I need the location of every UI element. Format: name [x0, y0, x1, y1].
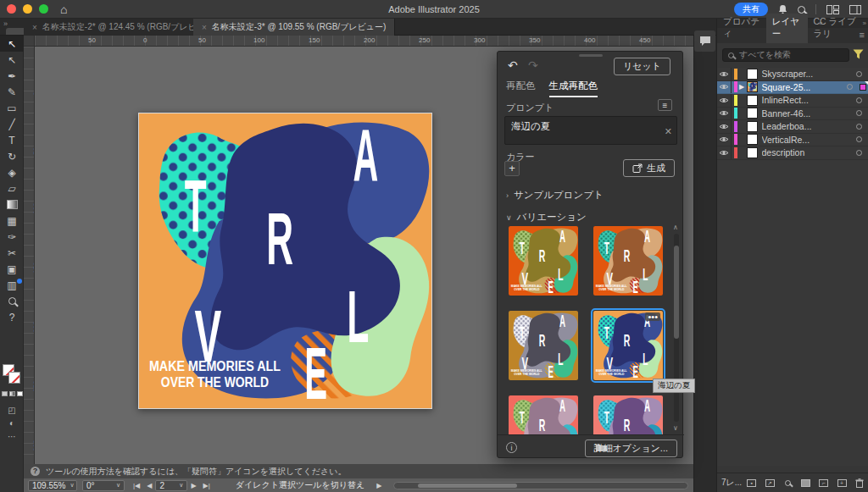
horizontal-scrollbar[interactable]: [393, 482, 688, 489]
rotation-select[interactable]: 0°∨: [82, 480, 125, 491]
layer-target-icon[interactable]: [856, 150, 862, 156]
pen-tool-icon[interactable]: ✒: [0, 68, 24, 84]
prompt-input[interactable]: 海辺の夏: [504, 116, 677, 145]
more-tools-button[interactable]: ⋯: [0, 432, 24, 441]
visibility-eye-icon[interactable]: [717, 81, 732, 94]
artboard-number-select[interactable]: 2∨: [155, 480, 187, 491]
undo-icon[interactable]: ↶: [508, 58, 518, 72]
last-artboard-icon[interactable]: ▶|: [203, 482, 210, 489]
layer-name[interactable]: Skyscraper...: [762, 69, 857, 79]
comments-panel-button[interactable]: [694, 30, 715, 52]
layer-target-icon[interactable]: [856, 124, 862, 130]
layer-name[interactable]: InlineRect...: [762, 95, 857, 105]
layer-thumbnail[interactable]: [747, 134, 758, 145]
zoom-level-select[interactable]: 109.55%∨: [28, 480, 77, 491]
expand-chevron-icon[interactable]: ▶: [737, 83, 747, 91]
tab-generative-recolor[interactable]: 生成再配色: [549, 80, 598, 97]
fill-stroke-control[interactable]: [3, 364, 21, 386]
none-button[interactable]: [17, 391, 23, 396]
first-artboard-icon[interactable]: |◀: [133, 482, 140, 489]
rectangle-tool-icon[interactable]: ▭: [0, 100, 24, 116]
variations-scrollbar[interactable]: ∧ ∨: [674, 224, 680, 432]
tab-recolor[interactable]: 再配色: [506, 80, 536, 97]
layer-name[interactable]: description: [762, 147, 857, 158]
make-clipping-mask-icon[interactable]: ▪: [743, 479, 760, 487]
variation-thumbnail-1[interactable]: TARVLEMAKE MEMORIES ALL OVER THE WORLD: [509, 226, 578, 296]
scrollbar-thumb[interactable]: [674, 246, 679, 339]
horizontal-scrollbar-thumb[interactable]: [418, 484, 518, 488]
layer-row-7[interactable]: description: [717, 146, 868, 160]
tab-properties[interactable]: プロパティ: [717, 14, 766, 43]
variations-row[interactable]: ∨バリエーション: [506, 211, 587, 224]
gradient-tool-icon[interactable]: [0, 196, 24, 213]
document-tab-2[interactable]: × 名称未設定-3* @ 109.55 % (RGB/プレビュー): [193, 19, 395, 36]
panel-menu-icon[interactable]: ≡: [860, 30, 865, 40]
redo-icon[interactable]: ↷: [528, 58, 538, 72]
visibility-eye-icon[interactable]: [717, 146, 732, 159]
layer-row-1[interactable]: Skyscraper...: [717, 68, 868, 81]
thumbnail-options-icon[interactable]: •••: [645, 312, 660, 321]
visibility-eye-icon[interactable]: [717, 94, 732, 107]
layer-row-5[interactable]: Leaderboa...: [717, 120, 868, 134]
help-tool-icon[interactable]: ?: [0, 309, 24, 325]
stroke-swatch[interactable]: [8, 372, 20, 384]
variation-thumbnail-3[interactable]: TARVLEMAKE MEMORIES ALL OVER THE WORLD: [509, 311, 578, 380]
layer-row-6[interactable]: VerticalRe...: [717, 134, 868, 147]
filter-funnel-icon[interactable]: [853, 49, 864, 59]
generate-button[interactable]: 生成: [623, 159, 675, 177]
previous-artboard-icon[interactable]: ◀: [147, 482, 152, 489]
layer-target-icon[interactable]: [856, 71, 862, 77]
panel-toggle-icon[interactable]: [849, 5, 861, 14]
mesh-tool-icon[interactable]: ▦: [0, 213, 24, 229]
workspace-layout-icon[interactable]: [826, 5, 839, 14]
scroll-up-icon[interactable]: ∧: [673, 224, 678, 231]
layer-target-icon[interactable]: [856, 97, 862, 103]
tab-layers[interactable]: レイヤー: [766, 14, 808, 43]
artboard-canvas[interactable]: TARVLEMAKE MEMORIES ALL OVER THE WORLD: [138, 113, 432, 409]
scale-tool-icon[interactable]: ◈: [0, 164, 24, 180]
direct-selection-tool-icon[interactable]: ↖: [0, 52, 24, 68]
add-color-button[interactable]: +: [504, 161, 520, 176]
close-tab-icon[interactable]: ×: [202, 23, 207, 32]
scissors-tool-icon[interactable]: ✂: [0, 245, 24, 261]
ruler-corner[interactable]: [24, 36, 35, 47]
eyedropper-tool-icon[interactable]: ✑: [0, 229, 24, 245]
search-icon[interactable]: [798, 6, 805, 14]
visibility-eye-icon[interactable]: [717, 108, 732, 120]
draw-inside-icon[interactable]: [797, 479, 815, 487]
new-layer-icon[interactable]: +: [832, 479, 850, 487]
layer-target-icon[interactable]: [856, 136, 862, 142]
reset-button[interactable]: リセット: [614, 58, 670, 75]
layers-search-input[interactable]: すべてを検索: [722, 48, 849, 62]
collect-for-export-icon[interactable]: ↗: [760, 479, 778, 487]
layer-name[interactable]: Square-25...: [762, 82, 848, 92]
zoom-tool-icon[interactable]: [0, 293, 24, 309]
new-sublayer-icon[interactable]: ⌐: [815, 479, 832, 487]
visibility-eye-icon[interactable]: [717, 120, 732, 133]
layer-row-3[interactable]: InlineRect...: [717, 94, 868, 108]
curvature-tool-icon[interactable]: ✎: [0, 84, 24, 100]
sample-prompts-row[interactable]: ›サンプルプロンプト: [506, 189, 604, 202]
graph-tool-icon[interactable]: ▥: [0, 277, 24, 293]
help-question-icon[interactable]: ?: [31, 467, 40, 476]
layer-thumbnail[interactable]: [747, 95, 758, 106]
next-artboard-icon[interactable]: ▶: [191, 482, 196, 489]
clear-prompt-icon[interactable]: ✕: [665, 126, 672, 137]
visibility-eye-icon[interactable]: [717, 134, 732, 146]
shape-builder-tool-icon[interactable]: ▱: [0, 180, 24, 196]
rotate-tool-icon[interactable]: ↻: [0, 148, 24, 164]
locate-object-icon[interactable]: [779, 480, 797, 486]
tab-overflow-icon[interactable]: »: [3, 19, 8, 28]
selection-tool-icon[interactable]: ↖: [0, 36, 24, 52]
layer-row-4[interactable]: Banner-46...: [717, 108, 868, 121]
layer-thumbnail[interactable]: [747, 121, 758, 132]
layer-thumbnail[interactable]: TARVLEMAKE MEMORIES ALL OVER THE WORLD: [747, 81, 758, 92]
variation-thumbnail-6[interactable]: TARVLEMAKE MEMORIES ALL OVER THE WORLD: [593, 395, 663, 434]
layer-thumbnail[interactable]: [747, 108, 758, 119]
layer-thumbnail[interactable]: [747, 147, 758, 158]
color-button[interactable]: [2, 391, 8, 396]
color-mode-buttons[interactable]: [2, 391, 23, 396]
layer-row-2[interactable]: ▶ TARVLEMAKE MEMORIES ALL OVER THE WORLD…: [717, 81, 868, 95]
prompt-menu-icon[interactable]: ≡: [658, 99, 672, 111]
draw-mode-button[interactable]: ◰: [0, 406, 24, 415]
